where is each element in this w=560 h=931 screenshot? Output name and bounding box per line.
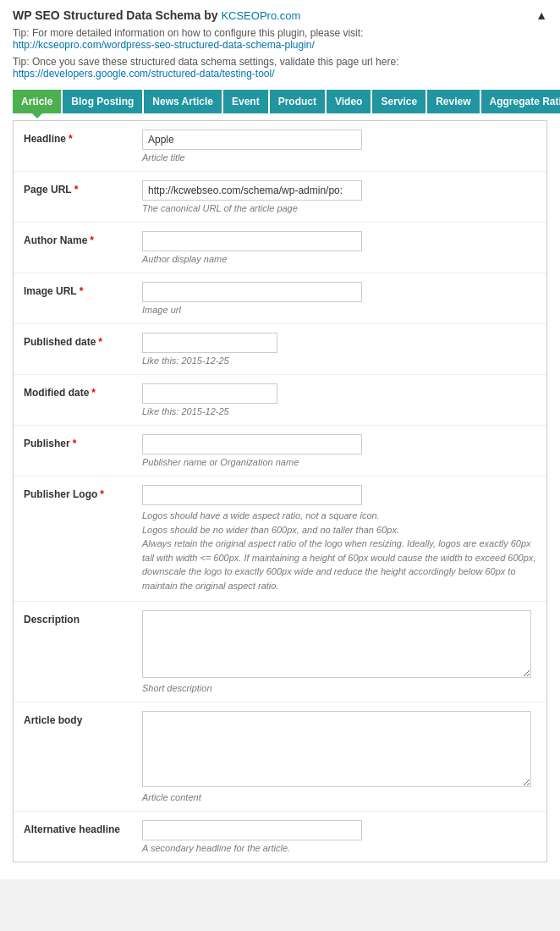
publisher-logo-label: Publisher Logo* (24, 485, 142, 500)
description-hint: Short description (142, 683, 536, 693)
article-body-hint: Article content (142, 792, 536, 802)
publisher-row: Publisher* Publisher name or Organizatio… (14, 426, 546, 477)
modified-date-label: Modified date* (24, 383, 142, 399)
author-name-row: Author Name* Author display name (14, 223, 546, 273)
plugin-title-text: WP SEO Structured Data Schema by (13, 8, 217, 22)
modified-date-row: Modified date* Like this: 2015-12-25 (14, 375, 546, 426)
plugin-title-link[interactable]: KCSEOPro.com (221, 9, 300, 22)
page-url-input[interactable] (142, 180, 362, 201)
publisher-field: Publisher name or Organization name (142, 434, 536, 467)
modified-date-hint: Like this: 2015-12-25 (142, 406, 536, 416)
published-date-input[interactable] (142, 333, 277, 353)
description-label: Description (24, 610, 142, 625)
alternative-headline-label: Alternative headline (24, 820, 142, 835)
published-date-field: Like this: 2015-12-25 (142, 333, 536, 366)
author-name-hint: Author display name (142, 254, 536, 264)
author-name-label: Author Name* (24, 231, 142, 246)
image-url-field: Image url (142, 282, 536, 315)
tab-review[interactable]: Review (427, 90, 479, 113)
tab-article[interactable]: Article (13, 90, 61, 113)
article-body-label: Article body (24, 711, 142, 726)
description-textarea[interactable] (142, 610, 531, 678)
article-body-textarea[interactable] (142, 711, 531, 787)
tip2-link[interactable]: https://developers.google.com/structured… (13, 68, 275, 80)
tab-news-article[interactable]: News Article (144, 90, 222, 113)
tab-service[interactable]: Service (372, 90, 425, 113)
image-url-row: Image URL* Image url (14, 273, 546, 324)
author-name-field: Author display name (142, 231, 536, 264)
tip1-link[interactable]: http://kcseopro.com/wordpress-seo-struct… (13, 39, 315, 51)
article-body-field: Article content (142, 711, 536, 802)
description-field: Short description (142, 610, 536, 693)
image-url-label: Image URL* (24, 282, 142, 297)
headline-hint: Article title (142, 152, 536, 163)
publisher-hint: Publisher name or Organization name (142, 457, 536, 467)
article-form: Headline* Article title Page URL* The ca… (13, 120, 547, 862)
alternative-headline-field: A secondary headline for the article. (142, 820, 536, 853)
publisher-logo-hints: Logos should have a wide aspect ratio, n… (142, 509, 536, 592)
tab-video[interactable]: Video (327, 90, 371, 113)
modified-date-input[interactable] (142, 383, 277, 404)
page-url-field: The canonical URL of the article page (142, 180, 536, 213)
modified-date-field: Like this: 2015-12-25 (142, 383, 536, 416)
headline-label: Headline* (24, 129, 142, 145)
image-url-input[interactable] (142, 282, 362, 302)
tab-aggregate-ratings[interactable]: Aggregate Ratings (481, 90, 560, 113)
alternative-headline-hint: A secondary headline for the article. (142, 843, 536, 853)
headline-input[interactable] (142, 129, 362, 150)
page-url-label: Page URL* (24, 180, 142, 196)
description-row: Description Short description (14, 602, 546, 702)
publisher-logo-field: Logos should have a wide aspect ratio, n… (142, 485, 536, 592)
page-url-hint: The canonical URL of the article page (142, 203, 536, 213)
image-url-hint: Image url (142, 305, 536, 315)
collapse-icon[interactable]: ▲ (535, 8, 547, 22)
published-date-label: Published date* (24, 333, 142, 348)
page-url-row: Page URL* The canonical URL of the artic… (14, 172, 546, 223)
published-date-hint: Like this: 2015-12-25 (142, 355, 536, 366)
headline-field: Article title (142, 129, 536, 163)
alternative-headline-input[interactable] (142, 820, 362, 840)
publisher-input[interactable] (142, 434, 362, 454)
author-name-input[interactable] (142, 231, 362, 251)
article-body-row: Article body Article content (14, 702, 546, 812)
tab-product[interactable]: Product (270, 90, 325, 113)
tip2-prefix: Tip: Once you save these structured data… (13, 56, 398, 68)
headline-row: Headline* Article title (14, 121, 546, 172)
alternative-headline-row: Alternative headline A secondary headlin… (14, 812, 546, 862)
publisher-logo-input[interactable] (142, 485, 362, 505)
tip1-prefix: Tip: For more detailed information on ho… (13, 27, 363, 39)
publisher-logo-row: Publisher Logo* Logos should have a wide… (14, 477, 546, 602)
tab-event[interactable]: Event (223, 90, 268, 113)
tabs-bar: Article Blog Posting News Article Event … (13, 90, 547, 113)
published-date-row: Published date* Like this: 2015-12-25 (14, 324, 546, 375)
tab-blog-posting[interactable]: Blog Posting (63, 90, 142, 113)
publisher-label: Publisher* (24, 434, 142, 449)
